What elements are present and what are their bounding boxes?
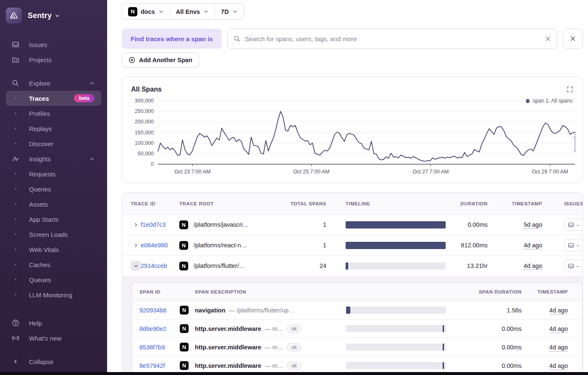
sidebar-item-web-vitals[interactable]: •Web Vitals: [6, 242, 101, 257]
collapse-label: Collapse: [29, 358, 53, 365]
clear-search-button[interactable]: [545, 36, 551, 42]
sidebar-item-projects[interactable]: Projects: [6, 52, 101, 67]
expanded-trace-zone: SPAN IDSPAN DESCRIPTIONSPAN DURATIONTIME…: [122, 276, 583, 375]
sidebar-item-label: Profiles: [29, 110, 50, 117]
add-another-span-label: Add Another Span: [139, 57, 192, 63]
chevron-up-icon: [89, 81, 94, 86]
date-range-selector[interactable]: 7D: [215, 4, 244, 19]
sidebar-item-queries[interactable]: •Queries: [6, 181, 101, 197]
timeline-cell: [346, 221, 446, 228]
chevron-down-icon: [203, 9, 209, 14]
sidebar-item-replays[interactable]: •Replays: [6, 121, 101, 136]
sidebar-item-issues[interactable]: Issues: [6, 37, 101, 52]
sidebar-item-app-starts[interactable]: •App Starts: [6, 212, 101, 227]
issues-count-button[interactable]: –: [564, 260, 583, 272]
duration-value: 13.21hr: [446, 262, 488, 269]
sidebar-item-help[interactable]: Help: [6, 315, 101, 330]
sidebar-item-insights[interactable]: Insights: [6, 151, 101, 166]
nextjs-project-icon: N: [180, 343, 189, 351]
timestamp-link[interactable]: 4d ago: [549, 307, 568, 314]
sidebar-item-llm-monitoring[interactable]: •LLM Monitoring: [6, 287, 101, 302]
environment-selector[interactable]: All Envs: [170, 4, 215, 19]
timestamp-link[interactable]: 4d ago: [524, 242, 542, 249]
traces-table-panel: TRACE ID TRACE ROOT TOTAL SPANS TIMELINE…: [122, 192, 583, 375]
bullet-dot: •: [11, 142, 20, 146]
timestamp-link[interactable]: 4d ago: [549, 325, 568, 332]
add-another-span-button[interactable]: Add Another Span: [122, 52, 199, 68]
timeline-track: [346, 262, 446, 270]
svg-text:Oct 25 7:00 AM: Oct 25 7:00 AM: [293, 169, 329, 175]
col-duration: DURATION: [446, 201, 488, 206]
span-id-link[interactable]: 8538f7b9: [139, 344, 180, 351]
span-status-badge: ok: [287, 343, 302, 351]
span-id-link[interactable]: 8d6e90e2: [139, 325, 180, 332]
sidebar-item-requests[interactable]: •Requests: [6, 166, 101, 181]
bullet-dot: •: [11, 262, 20, 267]
collapse-trace-button[interactable]: [131, 261, 141, 271]
expand-trace-button[interactable]: [131, 220, 141, 230]
expand-trace-button[interactable]: [131, 240, 141, 250]
bullet-dot: •: [11, 126, 20, 131]
chevron-down-icon: [158, 9, 164, 14]
dash-label: –: [576, 263, 579, 269]
timestamp-link[interactable]: 4d ago: [524, 262, 542, 269]
total-spans-value: 1: [284, 221, 326, 228]
span-id-link[interactable]: 8e57942f: [139, 362, 180, 369]
duration-value: 812.00ms: [446, 242, 488, 249]
timeline-bar: [346, 242, 446, 249]
org-name: Sentry: [28, 11, 52, 20]
sidebar-item-explore[interactable]: Explore: [6, 76, 101, 91]
trace-id-link[interactable]: f1e0d7c3: [141, 221, 179, 228]
sidebar-item-profiles[interactable]: •Profiles: [6, 106, 101, 121]
org-switcher[interactable]: Sentry: [0, 6, 107, 24]
col-issues: ISSUES: [542, 201, 583, 206]
span-duration-value: 0.00ms: [446, 362, 522, 369]
sidebar-item-screen-loads[interactable]: •Screen Loads: [6, 227, 101, 242]
timeline-bar: [443, 362, 444, 369]
projects-icon: [11, 56, 20, 63]
sidebar-item-assets[interactable]: •Assets: [6, 197, 101, 212]
date-range-selector-label: 7D: [221, 8, 229, 15]
chevron-up-icon: [89, 156, 94, 162]
svg-text:250,000: 250,000: [135, 108, 154, 114]
broadcast-icon: [11, 334, 20, 342]
span-description: navigation— /platforms/flutter/up…: [195, 307, 346, 314]
remove-span-filter-button[interactable]: [563, 29, 583, 49]
sidebar-item-traces[interactable]: •Tracesbeta: [6, 91, 101, 106]
sidebar-item-caches[interactable]: •Caches: [6, 257, 101, 272]
page-filter-bar: N docs All Envs 7D: [122, 3, 244, 20]
span-search-input[interactable]: [245, 35, 541, 42]
sidebar-item-label: Issues: [29, 41, 47, 48]
search-icon: [11, 79, 20, 87]
sidebar-item-discover[interactable]: •Discover: [6, 136, 101, 151]
timeline-track: [346, 242, 446, 249]
beta-badge: beta: [74, 94, 94, 102]
project-selector[interactable]: N docs: [122, 4, 170, 19]
span-duration-value: 1.56s: [446, 307, 522, 314]
span-search-box: [227, 29, 557, 49]
trace-id-link[interactable]: 2914cceb: [141, 262, 179, 269]
issues-count-button[interactable]: –: [564, 218, 583, 231]
trace-id-link[interactable]: e064e980: [141, 242, 179, 249]
timestamp-link[interactable]: 5d ago: [524, 221, 542, 228]
svg-text:Oct 27 7:00 AM: Oct 27 7:00 AM: [412, 169, 449, 175]
span-id-link[interactable]: 920934b6: [139, 307, 180, 314]
svg-text:200,000: 200,000: [135, 119, 154, 125]
expand-chart-icon[interactable]: [567, 86, 573, 93]
svg-text:150,000: 150,000: [135, 130, 154, 136]
sidebar-item-what-s-new[interactable]: What's new: [6, 330, 101, 346]
sidebar-item-label: App Starts: [29, 216, 58, 223]
sidebar-item-label: Screen Loads: [29, 231, 68, 238]
nextjs-project-icon: N: [179, 241, 188, 250]
sidebar-item-queues[interactable]: •Queues: [6, 272, 101, 287]
issues-count-button[interactable]: –: [564, 239, 583, 252]
bullet-dot: •: [11, 187, 20, 191]
dash-label: –: [576, 222, 579, 228]
nextjs-project-icon: N: [179, 262, 188, 270]
timestamp-link[interactable]: 4d ago: [549, 362, 568, 369]
span-row: 920934b6Nnavigation— /platforms/flutter/…: [132, 301, 582, 320]
total-spans-value: 1: [284, 242, 326, 249]
sidebar-collapse-button[interactable]: Collapse: [6, 354, 101, 369]
sidebar-item-label: Projects: [29, 56, 52, 63]
timestamp-link[interactable]: 4d ago: [549, 344, 568, 351]
